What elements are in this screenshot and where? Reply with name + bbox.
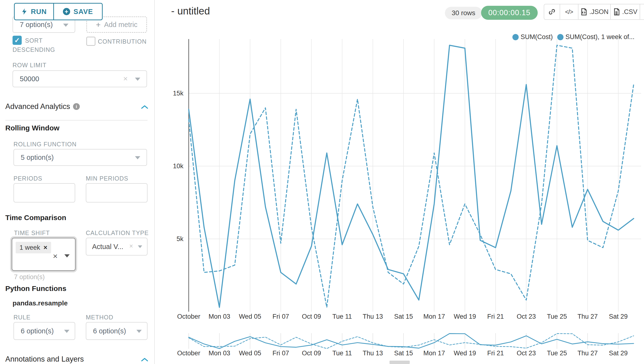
row-limit-select[interactable]: 50000 × xyxy=(12,70,147,87)
y-axis-tick-label: 5k xyxy=(176,235,184,242)
explore-page: RUN + SAVE 7 option(s) + Add metric ✓ SO… xyxy=(0,0,644,364)
x-axis-tick-label: Tue 11 xyxy=(332,313,352,320)
tag-close-icon[interactable]: × xyxy=(44,244,48,252)
time-shift-helper: 7 option(s) xyxy=(14,273,45,281)
method-select[interactable]: 6 option(s) xyxy=(86,322,148,340)
method-value: 6 option(s) xyxy=(86,327,126,335)
legend-dot-icon xyxy=(557,34,564,40)
series-line-dashed xyxy=(189,45,634,307)
share-link-button[interactable] xyxy=(544,4,560,19)
chart-menu-button[interactable] xyxy=(640,4,644,19)
x-axis-tick-label: Tue 25 xyxy=(547,313,567,320)
row-limit-value: 50000 xyxy=(13,75,39,83)
rule-select[interactable]: 6 option(s) xyxy=(14,322,75,340)
series-limit-value: 7 option(s) xyxy=(13,21,53,29)
x-axis-tick-label: Thu 27 xyxy=(578,313,598,320)
x-axis-tick-label: Mon 17 xyxy=(423,313,445,320)
x-axis-tick-label: Thu 13 xyxy=(363,313,383,320)
sort-descending-label-line1: SORT xyxy=(25,37,43,44)
legend-item-sum-cost-offset[interactable]: SUM(Cost), 1 week of... xyxy=(557,33,634,41)
time-shift-select[interactable]: 1 week × × xyxy=(12,238,76,271)
mini-x-axis-tick-label: Fri 07 xyxy=(272,350,289,357)
view-query-button[interactable]: </> xyxy=(560,4,578,19)
run-button[interactable]: RUN xyxy=(15,4,53,20)
legend-label: SUM(Cost) xyxy=(520,33,553,41)
mini-series-line-dashed xyxy=(189,334,634,348)
x-axis-tick-label: Fri 07 xyxy=(272,313,289,320)
mini-x-axis-tick-label: Oct 09 xyxy=(302,350,321,357)
chevron-down-icon xyxy=(64,330,70,333)
x-axis-tick-label: Mon 03 xyxy=(208,313,230,320)
rolling-function-label: ROLLING FUNCTION xyxy=(14,141,77,148)
x-axis-tick-label: Oct 09 xyxy=(302,313,321,320)
rolling-function-select[interactable]: 5 option(s) xyxy=(14,149,147,166)
series-line-solid xyxy=(189,45,634,307)
x-axis-tick-label: Sat 15 xyxy=(394,313,413,320)
clear-icon[interactable]: × xyxy=(129,243,133,250)
calculation-type-value: Actual V... xyxy=(86,243,124,251)
clear-icon[interactable]: × xyxy=(123,75,128,82)
collapse-chevron-icon[interactable] xyxy=(141,104,148,110)
chevron-down-icon xyxy=(135,78,140,81)
advanced-analytics-header[interactable]: Advanced Analytics i xyxy=(5,102,80,111)
bolt-icon xyxy=(21,8,28,16)
advanced-analytics-title: Advanced Analytics xyxy=(5,102,70,111)
python-functions-title: Python Functions xyxy=(5,284,66,293)
add-metric-label: Add metric xyxy=(104,21,138,29)
annotations-header[interactable]: Annotations and Layers xyxy=(5,355,84,364)
info-icon: i xyxy=(73,103,80,110)
x-axis-tick-label: Fri 21 xyxy=(487,313,504,320)
section-divider xyxy=(5,120,148,120)
collapse-chevron-icon[interactable] xyxy=(141,357,148,362)
export-csv-button[interactable]: .CSV xyxy=(610,4,640,19)
run-button-label: RUN xyxy=(31,8,47,16)
legend-item-sum-cost[interactable]: SUM(Cost) xyxy=(512,33,553,41)
run-save-button-group: RUN + SAVE xyxy=(14,3,103,20)
rolling-window-title: Rolling Window xyxy=(5,124,60,132)
time-shift-tag[interactable]: 1 week × xyxy=(16,242,51,253)
plus-icon: + xyxy=(96,20,101,30)
method-label: METHOD xyxy=(86,314,113,321)
mini-x-axis-tick-label: Wed 05 xyxy=(239,350,261,357)
mini-x-axis-tick-label: Sat 29 xyxy=(609,350,628,357)
calculation-type-select[interactable]: Actual V... × xyxy=(86,238,148,256)
periods-label: PERIODS xyxy=(14,175,42,182)
sort-descending-label-line2: DESCENDING xyxy=(12,46,55,53)
min-periods-label: MIN PERIODS xyxy=(86,175,128,182)
mini-x-axis-tick-label: Sat 15 xyxy=(394,350,413,357)
code-icon: </> xyxy=(565,8,573,16)
contribution-checkbox[interactable] xyxy=(86,37,96,46)
mini-series-line-solid xyxy=(189,334,634,348)
pane-resize-handle[interactable] xyxy=(390,361,410,364)
rule-label: RULE xyxy=(14,314,30,321)
row-limit-label: ROW LIMIT xyxy=(12,62,46,69)
save-button-label: SAVE xyxy=(74,8,93,16)
chart-actions-toolbar: </> .JSON .CSV xyxy=(544,4,644,20)
clear-icon[interactable]: × xyxy=(53,252,58,260)
mini-x-axis-tick-label: October xyxy=(177,350,200,357)
export-json-label: .JSON xyxy=(589,8,608,16)
y-axis-tick-label: 15k xyxy=(173,90,184,97)
legend-label: SUM(Cost), 1 week of... xyxy=(566,33,634,41)
sort-descending-checkbox[interactable]: ✓ xyxy=(12,36,22,45)
rolling-function-value: 5 option(s) xyxy=(14,154,54,162)
time-shift-label: TIME SHIFT xyxy=(14,230,50,236)
chevron-down-icon xyxy=(138,246,142,248)
chart-title[interactable]: - untitled xyxy=(171,5,210,17)
link-icon xyxy=(548,8,556,16)
mini-x-axis-tick-label: Fri 21 xyxy=(487,350,504,357)
control-panel-sidebar: RUN + SAVE 7 option(s) + Add metric ✓ SO… xyxy=(0,0,155,364)
save-button[interactable]: + SAVE xyxy=(53,4,102,20)
mini-x-axis-tick-label: Mon 17 xyxy=(423,350,445,357)
mini-x-axis-tick-label: Thu 13 xyxy=(363,350,383,357)
time-comparison-title: Time Comparison xyxy=(5,214,66,222)
min-periods-input[interactable] xyxy=(86,183,148,202)
export-json-button[interactable]: .JSON xyxy=(578,4,610,19)
contribution-label: CONTRIBUTION xyxy=(98,38,146,45)
mini-x-axis-tick-label: Tue 25 xyxy=(547,350,567,357)
periods-input[interactable] xyxy=(14,183,75,202)
legend-dot-icon xyxy=(512,34,519,40)
mini-x-axis-tick-label: Mon 03 xyxy=(208,350,230,357)
check-icon: ✓ xyxy=(14,36,20,44)
query-timer-badge: 00:00:00.15 xyxy=(481,6,538,20)
